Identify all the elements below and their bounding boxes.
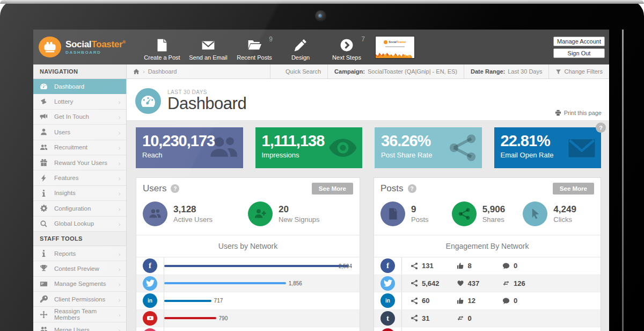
sidebar-item-lottery[interactable]: Lottery [33, 94, 126, 109]
eye-icon [328, 133, 358, 163]
metric-retweet: 0 [457, 314, 503, 322]
twitter-icon[interactable] [380, 276, 395, 291]
date-range-label: Date Range: [471, 68, 505, 75]
create-post-icon [155, 38, 169, 52]
sidebar-item-label: Users [54, 129, 70, 135]
email-template-thumbnail[interactable]: SocialToaster [376, 37, 414, 58]
network-bar-row-twitter: 1,856 [136, 275, 360, 292]
engagement-row-linkedin: in 60 12 0 [374, 292, 601, 310]
sidebar-item-reports[interactable]: Reports [33, 246, 126, 261]
sidebar-item-get-in-touch[interactable]: Get In Touch [33, 110, 126, 125]
chevron-right-icon [118, 161, 122, 165]
linkedin-icon[interactable]: in [143, 293, 157, 308]
header-nav-send-an-email[interactable]: Send an Email [187, 33, 230, 61]
bolt-icon [40, 174, 48, 182]
engagement-cells: 131 8 0 [401, 257, 594, 275]
retweet-icon [502, 279, 510, 287]
facebook-icon[interactable]: f [143, 258, 157, 273]
bar-track: 790 [164, 310, 353, 327]
campaign-value: SocialToaster (QA|Gnip| - EN, ES) [368, 68, 457, 75]
sidebar-item-label: Configuration [54, 205, 91, 212]
stat-posts: 9 Posts [380, 202, 452, 226]
breadcrumb-bar: › Dashboard Quick Search Campaign: Socia… [127, 64, 609, 79]
sidebar-item-contest-preview[interactable]: Contest Preview [33, 261, 126, 276]
sidebar-item-reassign-team-members[interactable]: Reassign Team Members [33, 307, 126, 322]
sidebar-item-recruitment[interactable]: Recruitment [33, 140, 126, 155]
sign-out-button[interactable]: Sign Out [553, 48, 605, 58]
home-icon[interactable] [133, 68, 140, 75]
sidebar-item-reward-your-users[interactable]: Reward Your Users [33, 155, 126, 170]
bolt-icon [277, 69, 283, 75]
webcam-lens [318, 14, 322, 18]
notification-count: 9 [269, 35, 273, 43]
sidebar-item-manage-segments[interactable]: Manage Segments [33, 277, 126, 292]
dashboard-content: 10,230,173 Reach 1,111,138 Impressions 3… [127, 121, 609, 331]
envelope-icon [567, 133, 597, 163]
sidebar-item-dashboard[interactable]: Dashboard [33, 79, 126, 94]
metric-value: 12 [468, 297, 475, 305]
posts-panel-title: Posts [380, 183, 404, 194]
metric-value: 0 [514, 262, 517, 270]
date-range-filter[interactable]: Date Range: Last 30 Days [464, 64, 548, 78]
header-nav-design[interactable]: Design [279, 33, 322, 61]
engagement-cells: 5,642 437 126 [401, 275, 594, 292]
gauge-icon [40, 82, 48, 90]
facebook-icon[interactable]: f [380, 258, 395, 273]
twitter-icon[interactable] [143, 276, 157, 291]
sidebar-item-insights[interactable]: Insights [33, 186, 126, 201]
cursor-icon [523, 202, 547, 226]
metric-heart: 437 [457, 279, 503, 287]
sidebar-item-merge-users[interactable]: Merge Users [33, 322, 126, 331]
manage-account-button[interactable]: Manage Account [553, 37, 605, 46]
info-icon [40, 249, 48, 257]
sidebar-item-label: Contest Preview [54, 265, 99, 272]
tumblr-icon[interactable]: t [380, 311, 395, 326]
sidebar-item-label: Merge Users [54, 327, 90, 331]
help-icon[interactable]: ? [408, 184, 416, 193]
sidebar-item-label: Features [54, 175, 78, 181]
sidebar-item-configuration[interactable]: Configuration [33, 201, 126, 216]
metric-share: 131 [411, 262, 457, 270]
help-icon[interactable]: ? [596, 123, 606, 133]
stat-label: New Signups [279, 215, 320, 224]
pinterest-icon[interactable]: p [380, 328, 395, 331]
sidebar-item-client-permissions[interactable]: Client Permissions [33, 292, 126, 307]
users-see-more-button[interactable]: See More [312, 183, 353, 195]
linkedin-icon[interactable]: in [380, 293, 395, 308]
sidebar-item-label: Reward Your Users [54, 160, 107, 166]
socialtoaster-logo[interactable]: SocialToaster® DASHBOARD [33, 37, 129, 57]
breadcrumb[interactable]: › Dashboard [127, 68, 177, 75]
help-icon[interactable]: ? [171, 184, 179, 193]
engagement-cells: 42 0 0 0 [401, 327, 594, 331]
sidebar-item-global-lookup[interactable]: Global Lookup [33, 217, 126, 232]
stat-value: 9 [411, 204, 429, 215]
sidebar-item-label: Recruitment [54, 144, 87, 150]
sidebar-item-features[interactable]: Features [33, 170, 126, 185]
account-buttons: Manage Account Sign Out [553, 37, 605, 58]
metric-value: 31 [422, 314, 429, 322]
youtube-icon[interactable] [143, 311, 157, 326]
users-by-network-chart: f 2,504 1,856 in 717 790 777 [136, 257, 360, 331]
engagement-cells: 31 0 [401, 310, 594, 327]
posts-see-more-button[interactable]: See More [553, 183, 594, 195]
sidebar-item-users[interactable]: Users [33, 125, 126, 140]
print-page-link[interactable]: Print this page [555, 110, 602, 116]
stat-value: 20 [279, 204, 320, 215]
bar [164, 265, 349, 267]
metric-value: 126 [514, 279, 525, 287]
campaign-filter[interactable]: Campaign: SocialToaster (QA|Gnip| - EN, … [327, 64, 464, 78]
header-nav-next-steps[interactable]: Next Steps7 [325, 33, 368, 61]
quick-search[interactable]: Quick Search [270, 64, 327, 78]
engagement-row-pinterest: p 42 0 0 0 [374, 327, 601, 331]
chevron-right-icon [118, 176, 122, 180]
metric-retweet: 126 [502, 279, 548, 287]
date-range-value: Last 30 Days [508, 68, 542, 75]
engagement-cells: 60 12 0 [401, 292, 594, 310]
sidebar-item-label: Reassign Team Members [54, 308, 112, 321]
change-filters-button[interactable]: Change Filters [548, 64, 609, 78]
stat-card-email-open-rate: 22.81% Email Open Rate ? [494, 127, 602, 168]
instagram-icon[interactable] [143, 328, 157, 331]
sidebar-item-label: Manage Segments [54, 280, 106, 287]
header-nav-create-a-post[interactable]: Create a Post [141, 33, 184, 61]
header-nav-recent-posts[interactable]: Recent Posts9 [233, 33, 276, 61]
